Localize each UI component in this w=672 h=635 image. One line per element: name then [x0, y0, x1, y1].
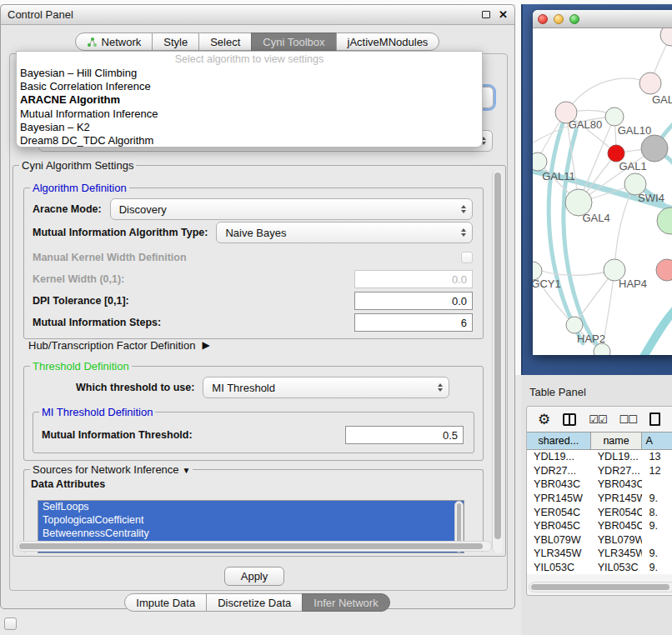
table-body: YDL19... YDL19... 13 YDR27... YDR27... 1…: [527, 450, 672, 574]
column-header-partial[interactable]: A: [642, 432, 672, 449]
table-row[interactable]: YBL079W YBL079W: [527, 533, 672, 548]
algorithm-option[interactable]: Dream8 DC_TDC Algorithm: [17, 134, 482, 148]
algorithm-dropdown-hint: Select algorithm to view settings: [17, 53, 482, 67]
table-row[interactable]: YER054C YER054C 8.: [527, 505, 672, 519]
settings-hscrollbar[interactable]: [17, 541, 492, 552]
data-attribute-item[interactable]: SelfLoops: [38, 501, 464, 514]
combo-stepper-icon: [461, 226, 466, 239]
table-row[interactable]: YDR27... YDR27... 12: [527, 464, 672, 478]
network-node-label: HAP2: [577, 332, 605, 345]
gear-icon[interactable]: ⚙: [538, 411, 550, 428]
data-attribute-item[interactable]: BetweennessCentrality: [38, 528, 464, 541]
which-threshold-combo[interactable]: MI Threshold: [203, 377, 449, 398]
zoom-traffic-light-icon[interactable]: [569, 14, 579, 24]
algorithm-option[interactable]: Bayesian – Hill Climbing: [17, 67, 482, 80]
right-strip: [515, 0, 521, 375]
sources-group-title: Sources for Network Inference▼: [30, 463, 193, 476]
table-row[interactable]: YLR345W YLR345W 9.: [527, 547, 672, 561]
table-box: ⚙ ☑☑ ☐☐ shared... name A YDL19...: [526, 406, 672, 596]
table-row[interactable]: YPR145W YPR145W 9.: [527, 492, 672, 506]
network-node[interactable]: [608, 145, 624, 162]
network-node[interactable]: [533, 152, 547, 171]
network-node[interactable]: [566, 317, 583, 333]
algorithm-option[interactable]: Bayesian – K2: [17, 121, 482, 134]
network-node[interactable]: [660, 28, 672, 46]
algorithm-definition-title: Algorithm Definition: [30, 182, 129, 194]
deselect-all-checkboxes-icon[interactable]: ☐☐: [619, 413, 637, 426]
network-node[interactable]: [657, 208, 672, 234]
dpi-tolerance-field[interactable]: 0.0: [354, 292, 473, 310]
mi-steps-field[interactable]: 6: [354, 313, 473, 332]
network-window-titlebar[interactable]: [533, 10, 672, 28]
hub-definition-row[interactable]: Hub/Transcription Factor Definition ▶: [28, 336, 495, 354]
which-threshold-label: Which threshold to use:: [76, 382, 194, 393]
collapsed-panel-icon[interactable]: [4, 618, 17, 630]
mi-threshold-group: MI Threshold Definition Mutual Informati…: [33, 412, 474, 453]
aracne-mode-combo[interactable]: Discovery: [110, 198, 473, 220]
control-panel-title: Control Panel: [8, 8, 73, 21]
table-row[interactable]: YIL053C YIL053C 9.: [527, 561, 672, 575]
network-window: GALGAL80GAL10GAL1GAL11SWI4GAL4GCY1HAP4YH…: [533, 10, 672, 355]
table-panel: Table Panel ⚙ ☑☑ ☐☐ shared... name A: [521, 375, 672, 635]
algorithm-option[interactable]: Basic Correlation Inference: [17, 80, 482, 93]
apply-button[interactable]: Apply: [224, 567, 284, 586]
column-header-shared-name[interactable]: shared...: [527, 432, 591, 449]
bottom-tabs: Impute Data Discretize Data Infer Networ…: [1, 593, 514, 612]
settings-group-title: Cyni Algorithm Settings: [19, 159, 136, 172]
collapse-arrow-icon[interactable]: ▼: [183, 466, 191, 475]
network-node[interactable]: [639, 72, 661, 94]
tab-style[interactable]: Style: [152, 32, 199, 51]
kernel-width-field[interactable]: 0.0: [354, 270, 473, 288]
table-row[interactable]: YBR043C YBR043C: [527, 478, 672, 492]
network-node[interactable]: [641, 135, 668, 162]
close-icon[interactable]: ✕: [499, 9, 508, 20]
tab-impute-data[interactable]: Impute Data: [124, 593, 207, 612]
network-node-label: SWI4: [638, 192, 664, 204]
network-node-label: GCY1: [533, 278, 561, 290]
algorithm-option[interactable]: ARACNE Algorithm: [17, 93, 482, 107]
tab-discretize-data[interactable]: Discretize Data: [206, 593, 303, 612]
manual-kernel-width-checkbox[interactable]: [461, 252, 473, 263]
settings-vscrollbar[interactable]: [492, 170, 503, 553]
minimize-traffic-light-icon[interactable]: [554, 14, 564, 24]
network-node-label: GAL: [652, 93, 672, 106]
tab-infer-network[interactable]: Infer Network: [302, 593, 389, 612]
mi-algorithm-type-combo[interactable]: Naive Bayes: [216, 222, 473, 243]
network-node[interactable]: [605, 108, 624, 126]
combo-stepper-icon: [461, 202, 466, 216]
export-table-icon[interactable]: [649, 412, 660, 426]
table-panel-title: Table Panel: [529, 386, 586, 398]
float-panel-icon[interactable]: [482, 11, 490, 18]
data-attribute-item[interactable]: TopologicalCoefficient: [38, 514, 464, 528]
aracne-mode-label: Aracne Mode:: [33, 203, 102, 215]
network-node-label: GAL1: [619, 160, 646, 172]
expand-arrow-icon[interactable]: ▶: [202, 339, 209, 351]
kernel-width-label: Kernel Width (0,1):: [33, 273, 124, 285]
tab-network[interactable]: Network: [75, 32, 153, 51]
cyni-algorithm-settings: Cyni Algorithm Settings Algorithm Defini…: [13, 165, 506, 557]
network-canvas[interactable]: GALGAL80GAL10GAL1GAL11SWI4GAL4GCY1HAP4YH…: [533, 28, 672, 355]
network-node-label: GAL10: [618, 124, 651, 137]
network-node-label: GAL11: [542, 170, 575, 182]
close-traffic-light-icon[interactable]: [538, 14, 548, 24]
table-hscrollbar[interactable]: [529, 582, 672, 592]
columns-icon[interactable]: [563, 413, 576, 426]
network-node-label: HAP4: [619, 278, 647, 290]
mi-algorithm-type-label: Mutual Information Algorithm Type:: [33, 227, 208, 238]
table-row[interactable]: YDL19... YDL19... 13: [527, 450, 672, 464]
control-panel-header: Control Panel ✕: [1, 5, 514, 25]
tab-jactivemnodules[interactable]: jActiveMNodules: [336, 32, 440, 51]
algorithm-dropdown-list: Bayesian – Hill ClimbingBasic Correlatio…: [17, 67, 482, 148]
mi-threshold-field[interactable]: 0.5: [345, 426, 464, 444]
network-node[interactable]: [656, 259, 672, 281]
algorithm-option[interactable]: Mutual Information Inference: [17, 108, 482, 121]
network-svg: GALGAL80GAL10GAL1GAL11SWI4GAL4GCY1HAP4YH…: [533, 28, 672, 355]
select-all-checkboxes-icon[interactable]: ☑☑: [589, 413, 606, 426]
column-header-name[interactable]: name: [591, 432, 643, 449]
table-row[interactable]: YBR045C YBR045C 9.: [527, 519, 672, 533]
control-panel-tabs: Network Style Select Cyni Toolbox jActiv…: [1, 32, 514, 51]
tab-cyni-toolbox[interactable]: Cyni Toolbox: [251, 32, 336, 51]
manual-kernel-width-label: Manual Kernel Width Definition: [33, 252, 187, 263]
algorithm-dropdown: Select algorithm to view settings Bayesi…: [16, 51, 483, 148]
tab-select[interactable]: Select: [198, 32, 252, 51]
